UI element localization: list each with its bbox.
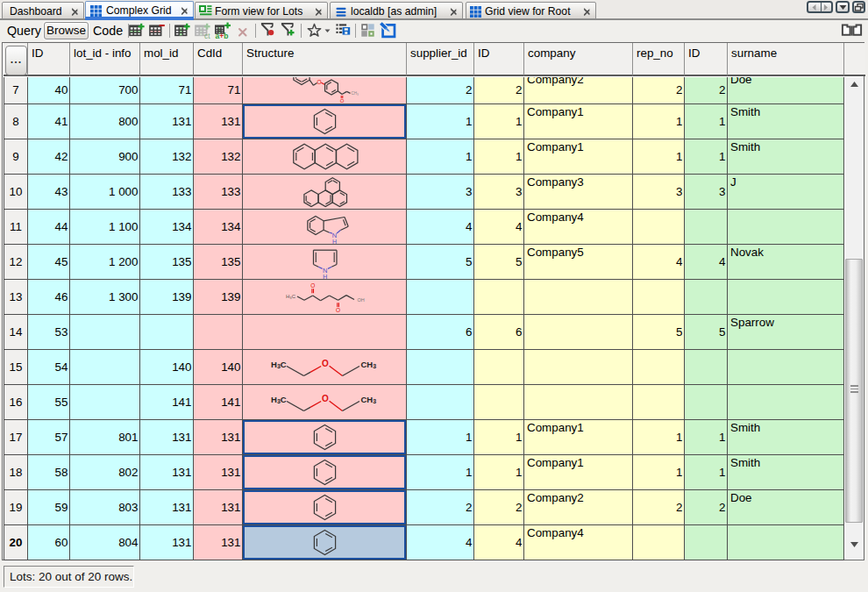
svg-text:O: O (310, 282, 315, 289)
svg-text:O: O (317, 79, 321, 85)
svg-text:CH3: CH3 (361, 360, 377, 370)
svg-text:H₃C: H₃C (286, 294, 296, 299)
svg-text:O: O (322, 394, 329, 403)
svg-text:O: O (340, 98, 345, 103)
svg-text:O: O (336, 307, 340, 313)
svg-text:a+b: a+b (216, 32, 229, 39)
svg-text:H: H (332, 239, 337, 244)
svg-text:CH3: CH3 (361, 395, 377, 405)
svg-text:H: H (323, 274, 327, 279)
svg-text:O: O (322, 359, 329, 368)
svg-text:CH₃: CH₃ (352, 91, 359, 96)
svg-text:ct: ct (204, 32, 210, 40)
svg-text:H3C: H3C (271, 360, 287, 370)
svg-text:OH: OH (358, 297, 365, 303)
svg-text:H3C: H3C (271, 395, 287, 405)
